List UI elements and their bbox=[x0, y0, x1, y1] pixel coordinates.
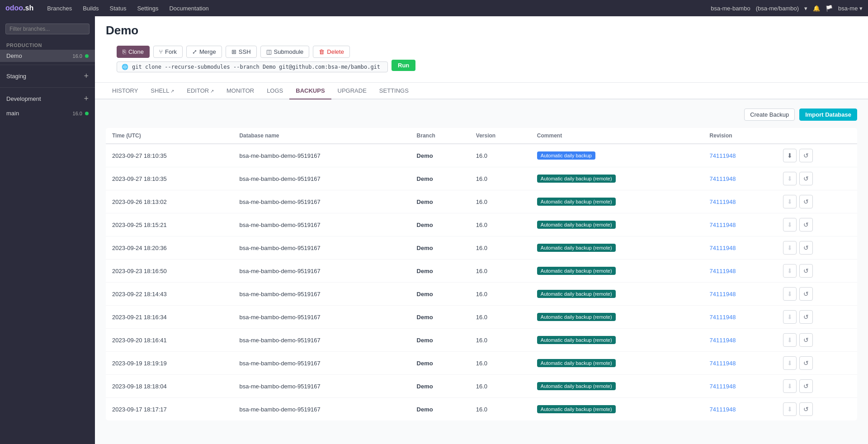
cell-version: 16.0 bbox=[470, 260, 531, 283]
restore-button[interactable]: ↺ bbox=[799, 241, 813, 255]
content-toolbar: Create Backup Import Database bbox=[106, 109, 857, 121]
revision-link[interactable]: 74111948 bbox=[710, 175, 736, 182]
restore-button[interactable]: ↺ bbox=[799, 218, 813, 231]
sidebar-item-main[interactable]: main 16.0 bbox=[0, 107, 95, 119]
page-actions-row: ⎘ Clone ⑂ Fork ⤢ Merge ⊞ SSH ◫ Submodu bbox=[106, 42, 857, 58]
tab-shell[interactable]: SHELL bbox=[144, 83, 180, 99]
col-version: Version bbox=[470, 128, 531, 144]
nav-documentation[interactable]: Documentation bbox=[165, 3, 213, 14]
nav-branches[interactable]: Branches bbox=[42, 3, 76, 14]
submodule-button[interactable]: ◫ Submodule bbox=[260, 46, 310, 58]
download-button: ⬇ bbox=[783, 356, 797, 370]
restore-button[interactable]: ↺ bbox=[799, 149, 813, 162]
cell-branch: Demo bbox=[410, 167, 470, 190]
table-row: 2023-09-21 18:16:34 bsa-me-bambo-demo-95… bbox=[106, 306, 857, 329]
nav-builds[interactable]: Builds bbox=[78, 3, 103, 14]
revision-link[interactable]: 74111948 bbox=[710, 245, 736, 251]
bell-icon[interactable]: 🔔 bbox=[813, 5, 820, 12]
create-backup-button[interactable]: Create Backup bbox=[744, 109, 795, 121]
restore-button[interactable]: ↺ bbox=[799, 172, 813, 185]
clone-button[interactable]: ⎘ Clone bbox=[117, 46, 150, 58]
cell-revision: 74111948 bbox=[703, 144, 777, 167]
restore-button[interactable]: ↺ bbox=[799, 356, 813, 370]
cell-branch: Demo bbox=[410, 260, 470, 283]
restore-button[interactable]: ↺ bbox=[799, 195, 813, 208]
sidebar-section-development[interactable]: Development + bbox=[0, 90, 95, 107]
tab-editor[interactable]: EDITOR bbox=[180, 83, 220, 99]
row-action-btns: ⬇ ↺ bbox=[783, 195, 851, 208]
cell-version: 16.0 bbox=[470, 306, 531, 329]
revision-link[interactable]: 74111948 bbox=[710, 291, 736, 298]
clone-url-row: 🌐 git clone --recurse-submodules --branc… bbox=[106, 58, 857, 77]
sidebar-section-staging[interactable]: Staging + bbox=[0, 68, 95, 85]
delete-button[interactable]: 🗑 Delete bbox=[313, 46, 350, 58]
cell-actions: ⬇ ↺ bbox=[777, 329, 857, 352]
comment-badge: Automatic daily backup (remote) bbox=[537, 221, 616, 229]
download-button: ⬇ bbox=[783, 379, 797, 393]
nav-status[interactable]: Status bbox=[105, 3, 131, 14]
cell-branch: Demo bbox=[410, 190, 470, 213]
ssh-button[interactable]: ⊞ SSH bbox=[226, 46, 257, 58]
tab-history[interactable]: HISTORY bbox=[106, 83, 144, 99]
table-row: 2023-09-25 18:15:21 bsa-me-bambo-demo-95… bbox=[106, 213, 857, 236]
staging-add-icon[interactable]: + bbox=[84, 71, 89, 81]
cell-version: 16.0 bbox=[470, 283, 531, 306]
row-action-btns: ⬇ ↺ bbox=[783, 241, 851, 255]
revision-link[interactable]: 74111948 bbox=[710, 198, 736, 205]
revision-link[interactable]: 74111948 bbox=[710, 222, 736, 228]
comment-badge: Automatic daily backup (remote) bbox=[537, 290, 616, 298]
merge-button[interactable]: ⤢ Merge bbox=[186, 46, 222, 58]
download-button[interactable]: ⬇ bbox=[783, 149, 797, 162]
development-add-icon[interactable]: + bbox=[84, 94, 89, 104]
fork-button[interactable]: ⑂ Fork bbox=[153, 46, 183, 58]
cell-time: 2023-09-23 18:16:50 bbox=[106, 260, 233, 283]
flag-icon: 🏳️ bbox=[826, 5, 833, 12]
restore-button[interactable]: ↺ bbox=[799, 310, 813, 324]
tab-upgrade[interactable]: UPGRADE bbox=[331, 83, 373, 99]
restore-button[interactable]: ↺ bbox=[799, 264, 813, 278]
col-revision: Revision bbox=[703, 128, 777, 144]
row-action-btns: ⬇ ↺ bbox=[783, 287, 851, 301]
user-menu[interactable]: bsa-me ▾ bbox=[838, 5, 863, 12]
import-database-button[interactable]: Import Database bbox=[799, 109, 857, 121]
revision-link[interactable]: 74111948 bbox=[710, 383, 736, 390]
nav-settings[interactable]: Settings bbox=[132, 3, 163, 14]
app-logo[interactable]: odoo.sh bbox=[5, 4, 33, 12]
comment-badge: Automatic daily backup (remote) bbox=[537, 175, 616, 183]
table-row: 2023-09-18 18:18:04 bsa-me-bambo-demo-95… bbox=[106, 375, 857, 398]
revision-link[interactable]: 74111948 bbox=[710, 406, 736, 413]
backups-table: Time (UTC) Database name Branch Version … bbox=[106, 128, 857, 420]
cell-comment: Automatic daily backup bbox=[531, 144, 703, 167]
row-action-btns: ⬇ ↺ bbox=[783, 356, 851, 370]
revision-link[interactable]: 74111948 bbox=[710, 360, 736, 367]
revision-link[interactable]: 74111948 bbox=[710, 314, 736, 321]
tab-monitor[interactable]: MONITOR bbox=[220, 83, 260, 99]
restore-button[interactable]: ↺ bbox=[799, 287, 813, 301]
sidebar: Production Demo 16.0 Staging + Developme… bbox=[0, 16, 95, 444]
revision-link[interactable]: 74111948 bbox=[710, 268, 736, 274]
cell-revision: 74111948 bbox=[703, 236, 777, 260]
clone-command: git clone --recurse-submodules --branch … bbox=[132, 64, 383, 70]
chevron-down-icon[interactable]: ▾ bbox=[804, 5, 807, 12]
restore-button[interactable]: ↺ bbox=[799, 333, 813, 347]
cell-dbname: bsa-me-bambo-demo-9519167 bbox=[233, 190, 410, 213]
tab-backups[interactable]: BACKUPS bbox=[289, 83, 331, 99]
clone-icon: ⎘ bbox=[123, 48, 126, 55]
tab-logs[interactable]: LOGS bbox=[260, 83, 289, 99]
restore-button[interactable]: ↺ bbox=[799, 402, 813, 416]
tab-settings[interactable]: SETTINGS bbox=[373, 83, 415, 99]
sidebar-branch-version-main: 16.0 bbox=[73, 111, 82, 116]
cell-comment: Automatic daily backup (remote) bbox=[531, 236, 703, 260]
filter-branches-input[interactable] bbox=[5, 24, 90, 34]
table-row: 2023-09-17 18:17:17 bsa-me-bambo-demo-95… bbox=[106, 398, 857, 421]
run-button[interactable]: Run bbox=[392, 60, 415, 71]
comment-badge: Automatic daily backup (remote) bbox=[537, 244, 616, 252]
cell-time: 2023-09-17 18:17:17 bbox=[106, 398, 233, 421]
revision-link[interactable]: 74111948 bbox=[710, 152, 736, 159]
restore-button[interactable]: ↺ bbox=[799, 379, 813, 393]
row-action-btns: ⬇ ↺ bbox=[783, 149, 851, 162]
sidebar-item-demo[interactable]: Demo 16.0 bbox=[0, 50, 95, 62]
backups-content: Create Backup Import Database Time (UTC)… bbox=[95, 99, 868, 444]
revision-link[interactable]: 74111948 bbox=[710, 337, 736, 344]
cell-time: 2023-09-25 18:15:21 bbox=[106, 213, 233, 236]
